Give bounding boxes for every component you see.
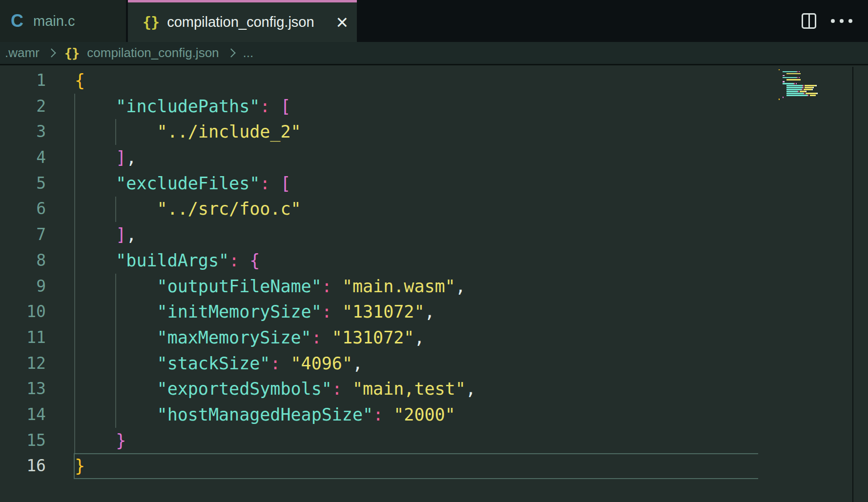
line-number: 4 <box>0 145 46 171</box>
code-line[interactable]: 5 "excludeFiles": [ <box>0 171 868 197</box>
breadcrumb: .wamr {} compilation_config.json ... <box>0 42 868 65</box>
breadcrumb-symbol[interactable]: ... <box>243 45 254 60</box>
code-line[interactable]: 9 "outputFileName": "main.wasm", <box>0 274 868 300</box>
code-lines: 1{2 "includePaths": [3 "../include_2"4 ]… <box>0 68 868 479</box>
code-text: "../src/foo.c" <box>46 196 301 222</box>
line-number: 5 <box>0 171 46 197</box>
breadcrumb-file[interactable]: compilation_config.json <box>87 45 219 60</box>
code-text: "initMemorySize": "131072", <box>46 299 435 325</box>
code-text: "stackSize": "4096", <box>46 351 363 377</box>
minimap-line <box>779 99 852 100</box>
code-text: "exportedSymbols": "main,test", <box>46 376 476 402</box>
code-text: "includePaths": [ <box>46 94 291 120</box>
code-text: "hostManagedHeapSize": "2000" <box>46 402 455 428</box>
tab-bar: C main.c {} compilation_config.json × <box>0 0 868 42</box>
breadcrumb-folder[interactable]: .wamr <box>5 45 40 60</box>
tab-compilation-config-json[interactable]: {} compilation_config.json × <box>128 0 357 42</box>
code-text: "../include_2" <box>46 119 301 145</box>
code-line[interactable]: 12 "stackSize": "4096", <box>0 351 868 377</box>
code-line[interactable]: 14 "hostManagedHeapSize": "2000" <box>0 402 868 428</box>
line-number: 6 <box>0 196 46 222</box>
chevron-right-icon <box>227 48 235 57</box>
vscode-window: { "tab_bar": { "tabs": [ { "label": "mai… <box>0 0 868 502</box>
line-number: 7 <box>0 222 46 248</box>
line-number: 13 <box>0 376 46 402</box>
split-editor-icon[interactable] <box>802 13 816 29</box>
line-number: 3 <box>0 119 46 145</box>
c-file-icon: C <box>11 11 23 31</box>
line-number: 1 <box>0 68 46 94</box>
code-text: "outputFileName": "main.wasm", <box>46 274 466 300</box>
line-number: 11 <box>0 325 46 351</box>
code-line[interactable]: 10 "initMemorySize": "131072", <box>0 299 868 325</box>
line-number: 16 <box>0 453 46 479</box>
code-line[interactable]: 1{ <box>0 68 868 94</box>
code-text: "buildArgs": { <box>46 248 260 274</box>
chevron-right-icon <box>47 48 56 57</box>
close-tab-icon[interactable]: × <box>336 12 348 33</box>
code-text: { <box>46 68 85 94</box>
code-line[interactable]: 3 "../include_2" <box>0 119 868 145</box>
line-number: 14 <box>0 402 46 428</box>
json-braces-icon: {} <box>64 45 80 60</box>
code-line[interactable]: 7 ], <box>0 222 868 248</box>
code-text: } <box>46 428 126 454</box>
code-line[interactable]: 2 "includePaths": [ <box>0 94 868 120</box>
tab-label-compilation-config-json: compilation_config.json <box>167 14 336 30</box>
line-number: 9 <box>0 274 46 300</box>
line-number: 12 <box>0 351 46 377</box>
code-text: "maxMemorySize": "131072", <box>46 325 424 351</box>
code-text: "excludeFiles": [ <box>46 171 291 197</box>
code-text: } <box>46 453 85 479</box>
json-braces-icon: {} <box>143 14 159 31</box>
tab-label-main-c: main.c <box>33 13 75 29</box>
line-number: 8 <box>0 248 46 274</box>
editor-actions <box>802 0 853 42</box>
more-actions-icon[interactable] <box>830 16 853 26</box>
minimap[interactable] <box>779 69 852 100</box>
code-line[interactable]: 16} <box>0 453 868 479</box>
line-number: 2 <box>0 94 46 120</box>
code-line[interactable]: 8 "buildArgs": { <box>0 248 868 274</box>
scrollbar-track[interactable] <box>853 67 868 502</box>
code-line[interactable]: 4 ], <box>0 145 868 171</box>
code-line[interactable]: 11 "maxMemorySize": "131072", <box>0 325 868 351</box>
code-text: ], <box>46 145 136 171</box>
code-editor[interactable]: 1{2 "includePaths": [3 "../include_2"4 ]… <box>0 67 868 502</box>
code-line[interactable]: 6 "../src/foo.c" <box>0 196 868 222</box>
code-line[interactable]: 15 } <box>0 428 868 454</box>
tab-main-c[interactable]: C main.c <box>0 0 126 42</box>
line-number: 10 <box>0 299 46 325</box>
line-number: 15 <box>0 428 46 454</box>
code-text: ], <box>46 222 136 248</box>
code-line[interactable]: 13 "exportedSymbols": "main,test", <box>0 376 868 402</box>
